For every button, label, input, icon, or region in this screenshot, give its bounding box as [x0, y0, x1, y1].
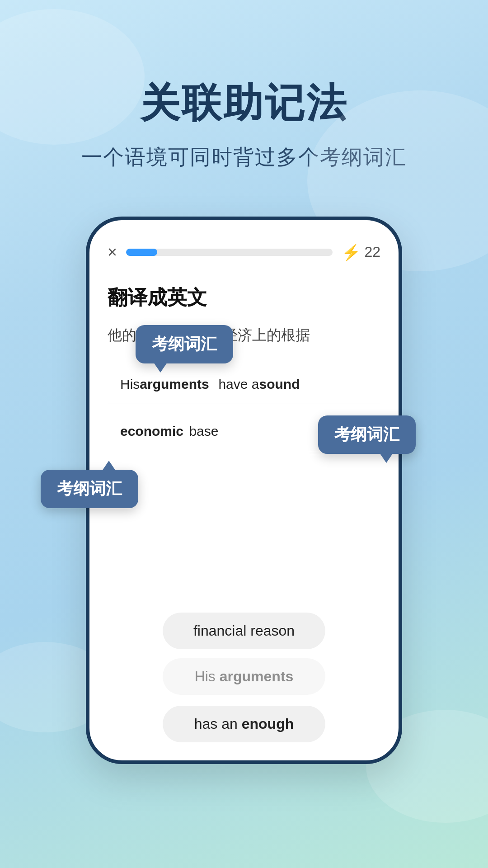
question-label: 翻译成英文	[108, 284, 380, 311]
answer-text-his: His	[120, 375, 140, 394]
page-container: 关联助记法 一个语境可同时背过多个考纲词汇 考纲词汇 考纲词汇 考纲词汇 ×	[0, 0, 488, 868]
answer-chip-1[interactable]: His arguments have a sound	[108, 365, 314, 404]
tooltip-label-3: 考纲词汇	[57, 479, 122, 498]
answer-text-arguments: arguments	[140, 375, 209, 394]
choice-enough-text: has an enough	[194, 716, 294, 732]
answer-text-have: have a	[211, 375, 259, 394]
phone-wrapper: 考纲词汇 考纲词汇 考纲词汇 × ⚡ 22 翻译成英文	[86, 217, 402, 764]
choice-row-2: His arguments has an enough	[108, 658, 380, 742]
tooltip-kagang-2: 考纲词汇	[318, 415, 416, 454]
lightning-icon: ⚡	[342, 243, 361, 261]
tooltip-kagang-3: 考纲词汇	[41, 470, 138, 508]
choice-arguments-text: His arguments	[195, 668, 294, 684]
tooltip-kagang-1: 考纲词汇	[136, 325, 233, 363]
divider-1	[89, 408, 399, 408]
score-value: 22	[364, 244, 380, 260]
phone-top-bar: × ⚡ 22	[108, 243, 380, 262]
choice-financial-text: financial reason	[193, 623, 295, 639]
close-button[interactable]: ×	[108, 243, 117, 262]
tooltip-label-2: 考纲词汇	[334, 425, 399, 443]
answer-chip-2[interactable]: economic base	[108, 412, 231, 451]
choice-arguments[interactable]: His arguments	[163, 658, 325, 695]
answer-text-sound: sound	[259, 375, 300, 394]
tooltip-label-1: 考纲词汇	[152, 335, 217, 353]
blank-area	[108, 459, 380, 585]
bottom-choices: financial reason His arguments has an en…	[108, 613, 380, 742]
divider-2	[89, 455, 399, 455]
score-area: ⚡ 22	[342, 243, 380, 261]
answer-options: His arguments have a sound economic base	[108, 365, 380, 585]
answer-row-1: His arguments have a sound	[108, 365, 380, 404]
progress-bar-container	[126, 249, 333, 256]
progress-bar-fill	[126, 249, 157, 256]
choice-enough[interactable]: has an enough	[163, 706, 325, 742]
answer-text-base: base	[185, 422, 218, 441]
answer-text-economic: economic	[120, 422, 183, 441]
choice-financial[interactable]: financial reason	[163, 613, 325, 649]
